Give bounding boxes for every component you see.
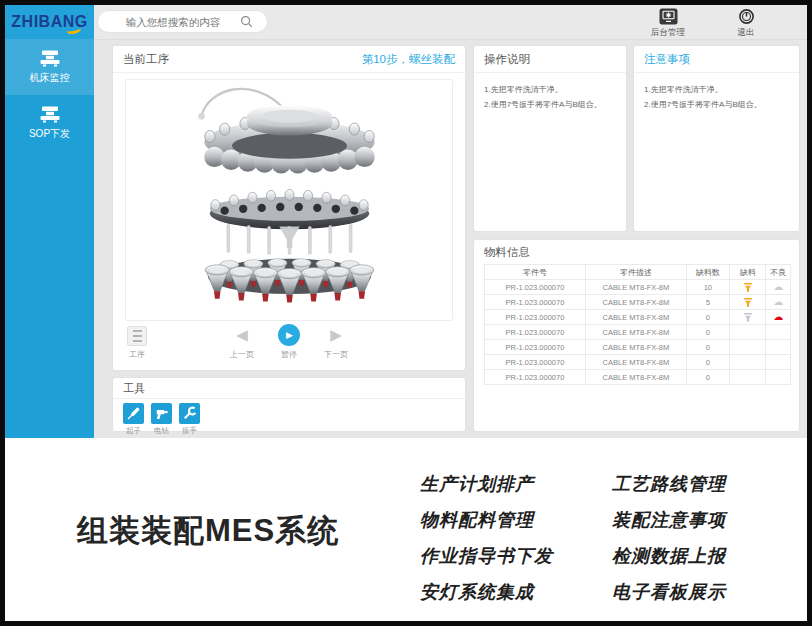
notice-line: 2.使用7号扳手将零件A与B组合。 (644, 97, 789, 112)
notice-line: 1.先把零件洗清干净。 (644, 82, 789, 97)
tool-item[interactable]: 起子 (123, 403, 144, 436)
cell-shortage-count: 0 (686, 310, 729, 325)
app-screenshot: ZHIBANG (5, 5, 807, 438)
machine-icon (39, 50, 61, 67)
cell-shortage-count: 0 (686, 325, 729, 340)
tool-list: 起子 (113, 399, 465, 436)
cell-part-desc: CABLE MT8-FX-8M (585, 370, 686, 385)
process-list-button[interactable]: 工序 (127, 326, 147, 360)
header-action-button[interactable]: 后台管理 (643, 7, 693, 39)
header-actions: 后台管理 (643, 7, 771, 39)
table-row: PR-1.023.000070 CABLE MT8-FX-8M 0 (485, 310, 791, 325)
column-header: 零件描述 (585, 265, 686, 280)
header-action-label: 后台管理 (651, 27, 685, 39)
assembly-exploded-image (132, 86, 447, 314)
sidebar-item-label: SOP下发 (29, 127, 70, 141)
cell-part-no: PR-1.023.000070 (485, 310, 586, 325)
screwdriver-icon (126, 406, 141, 421)
table-row: PR-1.023.000070 CABLE MT8-FX-8M 0 (485, 340, 791, 355)
table-row: PR-1.023.000070 CABLE MT8-FX-8M 0 (485, 355, 791, 370)
defect-cloud-icon[interactable] (773, 297, 783, 307)
notices-panel: 注意事项 1.先把零件洗清干净。2.使用7号扳手将零件A与B组合。 (633, 45, 800, 232)
feature-list-right: 工艺路线管理装配注意事项检测数据上报电子看板展示 (612, 466, 726, 610)
cell-part-desc: CABLE MT8-FX-8M (585, 295, 686, 310)
column-header: 零件号 (485, 265, 586, 280)
feature-item: 检测数据上报 (612, 538, 726, 574)
feature-item: 生产计划排产 (420, 466, 553, 502)
cell-shortage-count: 0 (686, 370, 729, 385)
tool-item[interactable]: 电钻 (151, 403, 172, 436)
banner: 组装装配MES系统 生产计划排产物料配料管理作业指导书下发安灯系统集成 工艺路线… (5, 438, 807, 621)
column-header: 不良 (766, 265, 791, 280)
wrench-icon (182, 406, 197, 421)
table-row: PR-1.023.000070 CABLE MT8-FX-8M 0 (485, 325, 791, 340)
cell-part-no: PR-1.023.000070 (485, 295, 586, 310)
operation-instructions-panel: 操作说明 1.先把零件洗清干净。2.使用7号扳手将零件A与B组合。 (473, 45, 627, 232)
tool-label: 起子 (126, 426, 141, 436)
column-header: 缺料 (729, 265, 766, 280)
process-list-icon (127, 326, 147, 346)
cell-part-desc: CABLE MT8-FX-8M (585, 310, 686, 325)
tool-label: 扳手 (182, 426, 197, 436)
sidebar-item[interactable]: SOP下发 (5, 95, 94, 151)
banner-title: 组装装配MES系统 (77, 510, 339, 552)
prev-page-button[interactable]: 上一页 (230, 324, 254, 360)
notices-title: 注意事项 (644, 46, 690, 72)
cell-part-desc: CABLE MT8-FX-8M (585, 340, 686, 355)
tools-title: 工具 (123, 378, 145, 398)
search-bar[interactable] (97, 10, 268, 33)
feature-item: 电子看板展示 (612, 574, 726, 610)
current-process-panel: 当前工序 第10步，螺丝装配 (112, 45, 466, 371)
feature-item: 物料配料管理 (420, 502, 553, 538)
admin-console-icon (659, 8, 678, 25)
shortage-alert-icon[interactable] (743, 312, 753, 323)
material-table: 零件号零件描述缺料数缺料不良 PR-1.023.000070 CABLE MT8… (484, 264, 791, 385)
operation-instructions-title: 操作说明 (484, 46, 530, 72)
shortage-alert-icon[interactable] (743, 282, 753, 293)
current-process-title: 当前工序 (123, 46, 169, 72)
prev-icon (236, 324, 248, 346)
power-icon (738, 8, 755, 25)
shortage-alert-icon[interactable] (743, 297, 753, 308)
cell-part-no: PR-1.023.000070 (485, 340, 586, 355)
cell-part-no: PR-1.023.000070 (485, 280, 586, 295)
material-info-panel: 物料信息 零件号零件描述缺料数缺料不良 PR-1.023.000070 CABL… (473, 239, 800, 432)
search-input[interactable] (112, 15, 234, 29)
cell-shortage-count: 0 (686, 355, 729, 370)
tools-panel: 工具 (112, 377, 466, 432)
sidebar: 机床监控 SOP下发 (5, 39, 94, 438)
cell-shortage-count: 0 (686, 340, 729, 355)
header-action-button[interactable]: 退出 (721, 7, 771, 39)
defect-cloud-icon[interactable] (773, 282, 783, 292)
defect-cloud-icon[interactable] (773, 312, 783, 322)
machine-icon (39, 106, 61, 123)
notices-body: 1.先把零件洗清干净。2.使用7号扳手将零件A与B组合。 (634, 73, 799, 121)
feature-item: 工艺路线管理 (612, 466, 726, 502)
operation-instructions-body: 1.先把零件洗清干净。2.使用7号扳手将零件A与B组合。 (474, 73, 626, 121)
feature-item: 作业指导书下发 (420, 538, 553, 574)
instruction-line: 1.先把零件洗清干净。 (484, 82, 616, 97)
sidebar-item[interactable]: 机床监控 (5, 39, 94, 95)
instruction-line: 2.使用7号扳手将零件A与B组合。 (484, 97, 616, 112)
step-info: 第10步，螺丝装配 (362, 46, 455, 72)
pause-button[interactable]: 暂停 (278, 324, 300, 360)
header-action-label: 退出 (738, 27, 755, 39)
material-info-title: 物料信息 (484, 240, 530, 264)
process-image-box (125, 79, 453, 321)
player-controls: 工序 上一页 暂停 下一页 (127, 324, 451, 364)
material-table-header-row: 零件号零件描述缺料数缺料不良 (485, 265, 791, 280)
cell-part-no: PR-1.023.000070 (485, 355, 586, 370)
app-logo: ZHIBANG (5, 5, 94, 39)
cell-shortage-count: 5 (686, 295, 729, 310)
cell-part-no: PR-1.023.000070 (485, 370, 586, 385)
cell-part-desc: CABLE MT8-FX-8M (585, 280, 686, 295)
next-page-button[interactable]: 下一页 (324, 324, 348, 360)
drill-icon (154, 406, 169, 421)
play-icon (278, 324, 300, 346)
cell-part-desc: CABLE MT8-FX-8M (585, 355, 686, 370)
cell-part-no: PR-1.023.000070 (485, 325, 586, 340)
tool-item[interactable]: 扳手 (179, 403, 200, 436)
material-table-body: PR-1.023.000070 CABLE MT8-FX-8M 10 (485, 280, 791, 385)
feature-list-left: 生产计划排产物料配料管理作业指导书下发安灯系统集成 (420, 466, 553, 610)
next-icon (330, 324, 342, 346)
